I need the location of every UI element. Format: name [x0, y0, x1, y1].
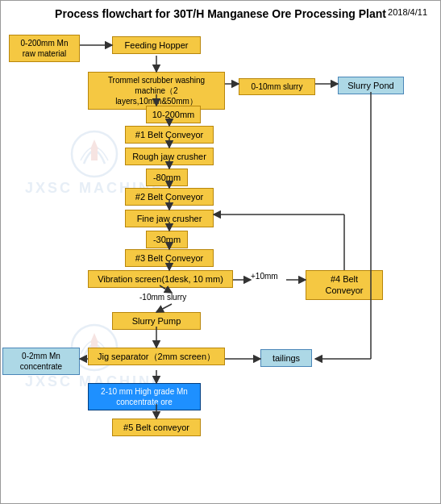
- page: Process flowchart for 30T/H Manganese Or…: [0, 0, 441, 504]
- svg-rect-2: [91, 149, 98, 160]
- jaw-rough-box: Rough jaw crusher: [125, 148, 214, 165]
- belt1-box: #1 Belt Conveyor: [125, 126, 214, 144]
- minus10mm-box: -10mm slurry: [139, 293, 204, 302]
- plus10mm-box: +10mm: [251, 272, 286, 281]
- belt5-box: #5 Belt conveyor: [112, 419, 201, 436]
- belt3-box: #3 Belt Conveyor: [125, 249, 214, 267]
- svg-line-26: [156, 304, 172, 312]
- date-label: 2018/4/11: [388, 7, 427, 17]
- page-title: Process flowchart for 30T/H Manganese Or…: [1, 1, 440, 23]
- slurry-label-box: 0-10mm slurry: [239, 78, 315, 95]
- jaw-fine-box: Fine jaw crusher: [125, 210, 214, 227]
- belt2-box: #2 Belt Conveyor: [125, 188, 214, 206]
- size-30-box: -30mm: [146, 231, 188, 248]
- raw-material-box: 0-200mm Mn raw material: [9, 35, 80, 62]
- svg-marker-4: [90, 333, 98, 343]
- mn-concentrate-box: 0-2mm Mn concentrate: [2, 348, 80, 375]
- slurry-pump-box: Slurry Pump: [112, 312, 201, 330]
- size-10-200-box: 10-200mm: [146, 106, 201, 123]
- feeding-hopper-box: Feeding Hopper: [112, 36, 201, 54]
- jig-box: Jig separator（2mm screen）: [88, 348, 225, 365]
- belt4-box: #4 Belt Conveyor: [306, 270, 383, 300]
- svg-point-0: [72, 131, 117, 177]
- trommel-box: Trommel scrubber washing machine（2 layer…: [88, 72, 225, 110]
- vibration-box: Vibration screen(1desk, 10 mm): [88, 270, 233, 288]
- hi-grade-box: 2-10 mm High grade Mn concentrate ore: [88, 383, 201, 410]
- svg-marker-1: [90, 140, 98, 149]
- size-80-box: -80mm: [146, 169, 188, 186]
- slurry-pond-box: Slurry Pond: [338, 77, 404, 94]
- tailings-box: tailings: [260, 349, 312, 367]
